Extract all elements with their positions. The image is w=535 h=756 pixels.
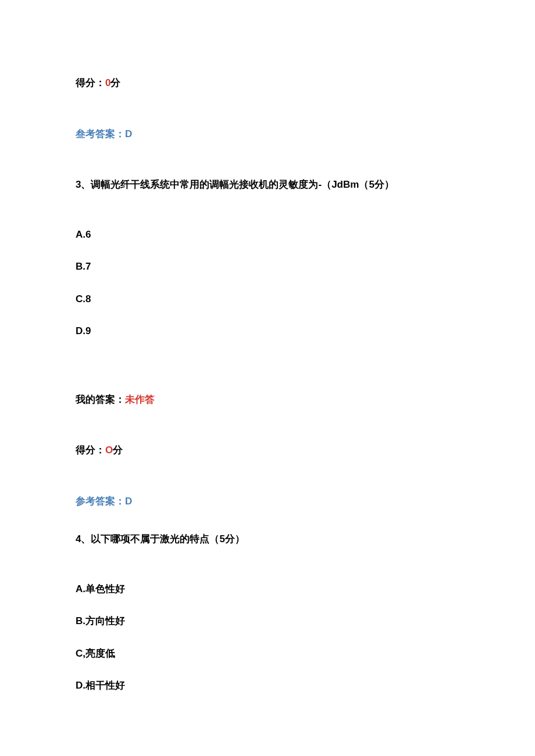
q-text: 调幅光纤干线系统中常用的调幅光接收机的灵敏度为-（ — [91, 179, 331, 190]
score-suffix: 分 — [110, 77, 120, 88]
option-d: D.相干性好 — [76, 678, 459, 693]
option-b: B.方向性好 — [76, 614, 459, 629]
my-value: 未作答 — [125, 394, 155, 405]
score-value: O — [105, 445, 113, 456]
option-text: 7 — [85, 261, 91, 272]
points-prefix: （ — [359, 179, 369, 190]
q2-reference-answer: 叁考答案：D — [76, 127, 459, 142]
ref-value: D — [125, 128, 132, 139]
ref-prefix: 参考答案： — [76, 496, 125, 507]
option-text: 单色性好 — [85, 583, 125, 594]
score-prefix: 得分： — [76, 77, 105, 88]
q3-reference-answer: 参考答案：D — [76, 494, 459, 509]
q2-score-line: 得分：0分 — [76, 76, 459, 91]
q4-options: A.单色性好 B.方向性好 C,亮度低 D.相干性好 — [76, 582, 459, 693]
q3-score-line: 得分：O分 — [76, 443, 459, 458]
q3-my-answer: 我的答案：未作答 — [76, 392, 459, 407]
option-label: A. — [76, 229, 85, 240]
points-suffix: 分） — [225, 533, 245, 544]
ref-value: D — [125, 496, 132, 507]
option-b: B.7 — [76, 259, 459, 274]
option-a: A.6 — [76, 227, 459, 242]
option-a: A.单色性好 — [76, 582, 459, 597]
q-unit: JdBm — [331, 179, 359, 190]
option-text: 9 — [85, 325, 91, 336]
option-label: C, — [76, 648, 85, 659]
option-text: 亮度低 — [85, 648, 115, 659]
score-suffix: 分 — [113, 445, 123, 456]
q-sep: 、 — [81, 179, 91, 190]
q-sep: 、 — [81, 533, 91, 544]
option-text: 8 — [85, 293, 91, 304]
option-c: C.8 — [76, 292, 459, 307]
ref-prefix: 叁考答案： — [76, 128, 125, 139]
option-label: B — [76, 615, 83, 626]
score-prefix: 得分： — [76, 445, 105, 456]
q3-options: A.6 B.7 C.8 D.9 — [76, 227, 459, 339]
points-value: 5 — [369, 179, 374, 190]
option-text: 方向性好 — [85, 615, 125, 626]
option-label: C. — [76, 293, 85, 304]
option-c: C,亮度低 — [76, 646, 459, 661]
points-suffix: 分） — [374, 179, 394, 190]
option-label: A. — [76, 583, 85, 594]
my-prefix: 我的答案： — [76, 394, 125, 405]
q-text: 以下哪项不属于激光的特点（ — [91, 533, 219, 544]
option-label: B. — [76, 261, 85, 272]
option-text: 相干性好 — [85, 680, 125, 691]
q3-prompt: 3、调幅光纤干线系统中常用的调幅光接收机的灵敏度为-（JdBm（5分） — [76, 177, 459, 192]
option-text: 6 — [85, 229, 91, 240]
option-d: D.9 — [76, 324, 459, 339]
option-label: D. — [76, 325, 85, 336]
document-page: 得分：0分 叁考答案：D 3、调幅光纤干线系统中常用的调幅光接收机的灵敏度为-（… — [0, 0, 535, 756]
points-value: 5 — [219, 533, 224, 544]
q4-prompt: 4、以下哪项不属于激光的特点（5分） — [76, 532, 459, 547]
option-label: D. — [76, 680, 85, 691]
